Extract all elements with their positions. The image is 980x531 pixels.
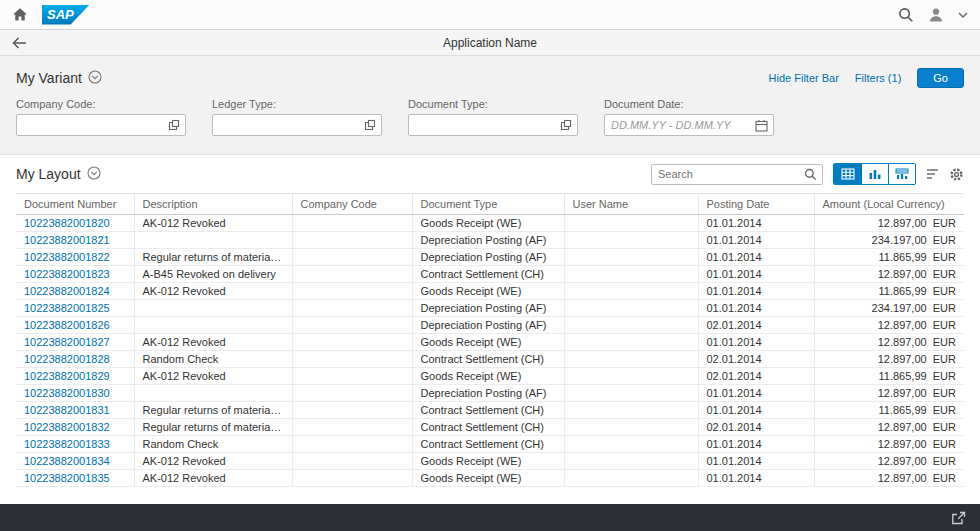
document-number-link[interactable]: 10223882001822	[24, 251, 110, 263]
table-row: 10223882001821Depreciation Posting (AF)0…	[16, 232, 964, 249]
user-name-cell	[564, 368, 698, 385]
document-number-cell: 10223882001829	[16, 368, 134, 385]
application-window: SAP Application Name My Variant	[0, 0, 980, 531]
column-header-amount-local-currency[interactable]: Amount (Local Currency)	[814, 194, 964, 215]
table-search-icon[interactable]	[804, 168, 817, 181]
document-number-link[interactable]: 10223882001829	[24, 370, 110, 382]
user-name-cell	[564, 419, 698, 436]
document-number-cell: 10223882001828	[16, 351, 134, 368]
description-cell: AK-012 Revoked	[134, 334, 292, 351]
document-number-cell: 10223882001827	[16, 334, 134, 351]
table-view-icon[interactable]	[834, 164, 861, 184]
column-header-posting-date[interactable]: Posting Date	[698, 194, 814, 215]
document-number-link[interactable]: 10223882001835	[24, 472, 110, 484]
back-button[interactable]	[12, 37, 27, 49]
document-type-cell: Depreciation Posting (AF)	[412, 317, 564, 334]
document-number-cell: 10223882001833	[16, 436, 134, 453]
document-number-link[interactable]: 10223882001831	[24, 404, 110, 416]
footer-bar	[0, 504, 980, 531]
company-code-input[interactable]	[16, 114, 186, 136]
document-number-link[interactable]: 10223882001821	[24, 234, 110, 246]
posting-date-cell: 02.01.2014	[698, 419, 814, 436]
table-row: 10223882001829AK-012 RevokedGoods Receip…	[16, 368, 964, 385]
filters-link[interactable]: Filters (1)	[855, 72, 901, 84]
user-name-cell	[564, 300, 698, 317]
document-number-link[interactable]: 10223882001825	[24, 302, 110, 314]
description-cell	[134, 300, 292, 317]
table-row: 10223882001820AK-012 RevokedGoods Receip…	[16, 215, 964, 232]
description-cell	[134, 385, 292, 402]
valuehelp-icon[interactable]	[364, 119, 376, 131]
description-cell: Regular returns of material in...	[134, 419, 292, 436]
sort-icon[interactable]	[926, 168, 939, 180]
document-type-cell: Contract Settlement (CH)	[412, 402, 564, 419]
chevron-down-circle-icon[interactable]	[87, 166, 101, 183]
chevron-down-icon[interactable]	[958, 12, 968, 18]
column-header-document-number[interactable]: Document Number	[16, 194, 134, 215]
filter-bar: My Variant Hide Filter Bar Filters (1) G…	[0, 56, 980, 155]
hide-filter-bar-link[interactable]: Hide Filter Bar	[769, 72, 839, 84]
posting-date-cell: 01.01.2014	[698, 385, 814, 402]
results-table: Document NumberDescriptionCompany CodeDo…	[16, 193, 964, 487]
document-number-link[interactable]: 10223882001827	[24, 336, 110, 348]
filter-field-document-date: Document Date:DD.MM.YY - DD.MM.YY	[604, 98, 774, 136]
layout-selector[interactable]: My Layout	[16, 166, 101, 183]
calendar-icon[interactable]	[755, 119, 768, 132]
document-type-cell: Goods Receipt (WE)	[412, 470, 564, 487]
table-row: 10223882001824AK-012 RevokedGoods Receip…	[16, 283, 964, 300]
posting-date-cell: 01.01.2014	[698, 436, 814, 453]
document-number-link[interactable]: 10223882001826	[24, 319, 110, 331]
share-icon[interactable]	[951, 511, 966, 525]
table-search-input[interactable]	[658, 168, 804, 180]
company-code-cell	[292, 470, 412, 487]
posting-date-cell: 01.01.2014	[698, 453, 814, 470]
document-number-link[interactable]: 10223882001834	[24, 455, 110, 467]
ledger-type-input[interactable]	[212, 114, 382, 136]
field-value: DD.MM.YY - DD.MM.YY	[611, 119, 731, 131]
user-name-cell	[564, 266, 698, 283]
valuehelp-icon[interactable]	[560, 119, 572, 131]
chart-view-icon[interactable]	[861, 164, 888, 184]
table-row: 10223882001828Random CheckContract Settl…	[16, 351, 964, 368]
document-number-cell: 10223882001834	[16, 453, 134, 470]
user-name-cell	[564, 402, 698, 419]
document-number-cell: 10223882001832	[16, 419, 134, 436]
document-number-link[interactable]: 10223882001828	[24, 353, 110, 365]
table-row: 10223882001830Depreciation Posting (AF)0…	[16, 385, 964, 402]
amount-cell: 12.897,00 EUR	[814, 334, 964, 351]
shell-search-icon[interactable]	[898, 7, 914, 23]
chevron-down-circle-icon[interactable]	[88, 70, 102, 87]
company-code-cell	[292, 215, 412, 232]
user-name-cell	[564, 317, 698, 334]
document-date-input[interactable]: DD.MM.YY - DD.MM.YY	[604, 114, 774, 136]
amount-cell: 12.897,00 EUR	[814, 266, 964, 283]
column-header-description[interactable]: Description	[134, 194, 292, 215]
document-number-link[interactable]: 10223882001823	[24, 268, 110, 280]
valuehelp-icon[interactable]	[168, 119, 180, 131]
document-number-cell: 10223882001826	[16, 317, 134, 334]
amount-cell: 234.197,00 EUR	[814, 300, 964, 317]
document-number-link[interactable]: 10223882001832	[24, 421, 110, 433]
amount-cell: 234.197,00 EUR	[814, 232, 964, 249]
column-header-company-code[interactable]: Company Code	[292, 194, 412, 215]
document-number-link[interactable]: 10223882001833	[24, 438, 110, 450]
user-name-cell	[564, 470, 698, 487]
user-icon[interactable]	[928, 7, 944, 23]
document-type-input[interactable]	[408, 114, 578, 136]
document-number-link[interactable]: 10223882001824	[24, 285, 110, 297]
document-number-link[interactable]: 10223882001830	[24, 387, 110, 399]
company-code-cell	[292, 317, 412, 334]
table-row: 10223882001831Regular returns of materia…	[16, 402, 964, 419]
column-header-user-name[interactable]: User Name	[564, 194, 698, 215]
home-icon[interactable]	[12, 7, 28, 22]
variant-selector[interactable]: My Variant	[16, 70, 102, 87]
settings-gear-icon[interactable]	[949, 167, 964, 182]
user-name-cell	[564, 249, 698, 266]
document-number-link[interactable]: 10223882001820	[24, 217, 110, 229]
filter-field-label: Ledger Type:	[212, 98, 382, 110]
chart-table-view-icon[interactable]	[888, 164, 915, 184]
company-code-cell	[292, 300, 412, 317]
go-button[interactable]: Go	[917, 68, 964, 88]
user-name-cell	[564, 385, 698, 402]
column-header-document-type[interactable]: Document Type	[412, 194, 564, 215]
